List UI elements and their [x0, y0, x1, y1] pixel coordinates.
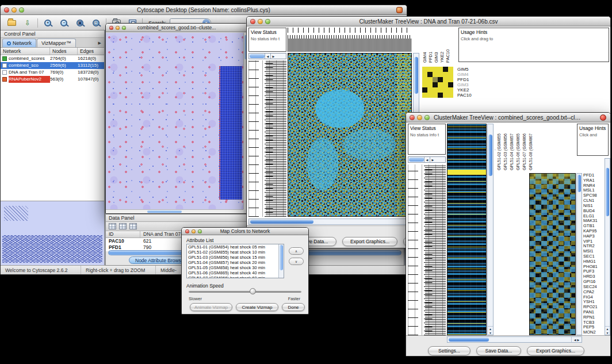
- heatmap-hscrollbar[interactable]: ◀▶: [248, 219, 419, 225]
- tab-vizmapper[interactable]: VizMapper™: [37, 39, 76, 47]
- zoom-selected-button[interactable]: ▣: [74, 17, 86, 29]
- network-view-title-bar[interactable]: combined_scores_good.txt--cluste...: [106, 24, 247, 32]
- maximize-button[interactable]: [198, 229, 202, 233]
- open-session-button[interactable]: [5, 17, 18, 29]
- network-list-row[interactable]: RNAPuberNov2 563(0) 107847(0): [1, 76, 104, 83]
- gene-label: PFD1: [457, 77, 481, 82]
- create-vizmap-button[interactable]: Create Vizmap: [236, 303, 278, 311]
- scrollbar-thumb[interactable]: [449, 338, 489, 342]
- gene-dendrogram[interactable]: [248, 60, 286, 217]
- attribute-item[interactable]: GPL51-06 (GSM865) heat shock 40 min: [187, 270, 278, 275]
- move-down-button[interactable]: ∨: [289, 258, 304, 265]
- attribute-item[interactable]: GPL51-03 (GSM856) heat shock 15 min: [187, 255, 278, 260]
- overview-nav-scrollbar[interactable]: ◀ ▶: [408, 156, 446, 163]
- close-button[interactable]: [250, 19, 255, 24]
- network-list-row[interactable]: DNA and Tran 07 769(0) 183728(0): [1, 69, 104, 76]
- gene-dendrogram[interactable]: [408, 164, 446, 335]
- scrollbar-thumb[interactable]: [414, 57, 418, 94]
- scroll-right-button[interactable]: ▶: [270, 53, 276, 59]
- slider-thumb[interactable]: [250, 288, 256, 294]
- minimize-button[interactable]: [192, 229, 196, 233]
- scroll-up-icon[interactable]: ▲: [606, 327, 609, 331]
- network-view-title: combined_scores_good.txt--cluste...: [129, 25, 224, 30]
- scrollbar-thumb[interactable]: [409, 158, 424, 162]
- network-overview-panel[interactable]: [1, 201, 104, 265]
- list-scrollbar[interactable]: [278, 244, 284, 278]
- zoom-vscrollbar[interactable]: [576, 173, 582, 335]
- network-name: combined_sco: [9, 62, 50, 69]
- scroll-left-button[interactable]: ◀: [265, 53, 270, 59]
- scrollbar-thumb[interactable]: [250, 220, 313, 224]
- delete-attribute-icon[interactable]: [129, 223, 137, 229]
- zoom-hscrollbar[interactable]: ◀▶: [447, 336, 582, 343]
- treeview-title: ClusterMaker TreeView : combined_scores_…: [434, 114, 583, 121]
- main-title-bar[interactable]: Cytoscape Desktop (Session Name: collins…: [1, 5, 407, 15]
- maximize-button[interactable]: [19, 7, 24, 13]
- gene-label-list: PFD1YRA1RNR4MSL1SPC98CLN1NIS1BUD4ELG1MAK…: [583, 173, 604, 336]
- attribute-item[interactable]: GPL51-05 (GSM858) heat shock 30 min: [187, 265, 278, 270]
- select-attributes-icon[interactable]: [109, 223, 116, 229]
- scrollbar-thumb[interactable]: [250, 54, 265, 58]
- attribute-item[interactable]: GPL51-02 (GSM855) heat shock 10 min: [187, 250, 278, 255]
- attribute-item[interactable]: GPL51-01 (GSM854) heat shock 05 min: [187, 244, 278, 250]
- zoom-in-button[interactable]: +: [41, 17, 54, 29]
- global-vscrollbar[interactable]: ▲▼: [487, 124, 494, 335]
- scroll-up-icon[interactable]: ▲: [489, 327, 492, 331]
- global-heatmap[interactable]: [288, 53, 412, 217]
- export-graphics-button[interactable]: Export Graphics...: [527, 346, 584, 355]
- scroll-right-icon[interactable]: ▶: [577, 338, 580, 342]
- close-button[interactable]: [410, 115, 415, 120]
- export-graphics-button[interactable]: Export Graphics...: [342, 237, 397, 246]
- column-label: GPL51-06 (GSM865: [515, 133, 521, 170]
- tab-overflow-button[interactable]: ▶: [98, 41, 103, 47]
- create-attribute-icon[interactable]: [119, 223, 127, 229]
- canvas-hscrollbar[interactable]: [106, 209, 243, 213]
- minimize-button[interactable]: [417, 115, 422, 120]
- zoom-fit-button[interactable]: ◻: [90, 17, 102, 29]
- minimize-button[interactable]: [116, 26, 120, 30]
- scrollbar-thumb[interactable]: [606, 168, 609, 216]
- zoom-out-button[interactable]: −: [58, 17, 70, 29]
- scroll-right-button[interactable]: ▶: [430, 157, 435, 162]
- done-button[interactable]: Done: [282, 303, 305, 311]
- maximize-button[interactable]: [122, 26, 126, 30]
- save-data-button[interactable]: Save Data...: [476, 346, 521, 355]
- tab-network[interactable]: Network: [2, 39, 36, 47]
- scrollbar-thumb[interactable]: [577, 175, 581, 192]
- settings-button[interactable]: Settings...: [428, 346, 471, 355]
- maximize-button[interactable]: [424, 115, 430, 120]
- network-list-row[interactable]: combined_sco 2569(6) 13112(15): [1, 62, 104, 69]
- maximize-button[interactable]: [265, 19, 270, 24]
- gene-label: MON2: [583, 330, 604, 335]
- global-heatmap[interactable]: [447, 124, 487, 335]
- scroll-down-icon[interactable]: ▼: [606, 331, 609, 335]
- attribute-item[interactable]: GPL51-07 (GSM866) heat shock 60 min: [187, 275, 278, 278]
- scroll-down-icon[interactable]: ▼: [489, 331, 492, 335]
- move-up-button[interactable]: ∧: [289, 247, 304, 255]
- minimize-button[interactable]: [12, 7, 17, 13]
- slider-track[interactable]: [189, 291, 301, 293]
- treeview-combined-window: ClusterMaker TreeView : combined_scores_…: [406, 112, 611, 357]
- dialog-title-bar[interactable]: Map Colors to Network: [182, 228, 308, 235]
- zoom-heatmap[interactable]: [529, 173, 576, 335]
- close-button[interactable]: [4, 7, 9, 13]
- import-network-button[interactable]: ⇩: [21, 17, 34, 29]
- overview-nav-scrollbar[interactable]: ◀ ▶: [248, 53, 286, 59]
- scroll-left-icon[interactable]: ◀: [574, 338, 576, 342]
- array-dendrogram[interactable]: [288, 28, 412, 52]
- network-canvas[interactable]: [106, 33, 243, 209]
- minimize-button[interactable]: [258, 19, 263, 24]
- zoom-heatmap[interactable]: [422, 67, 453, 98]
- scrollbar-thumb[interactable]: [488, 135, 492, 176]
- attribute-item[interactable]: GPL51-04 (GSM857) heat shock 20 min: [187, 260, 278, 265]
- scrollbar-thumb[interactable]: [280, 245, 283, 270]
- scrollbar-thumb[interactable]: [147, 210, 182, 213]
- scroll-left-button[interactable]: ◀: [424, 157, 430, 162]
- outer-vscrollbar[interactable]: ▲▼: [605, 158, 610, 335]
- animation-speed-slider[interactable]: [189, 288, 301, 296]
- network-list-row[interactable]: combined_scores 2764(0) 16218(0): [1, 55, 104, 62]
- treeview-title-bar[interactable]: ClusterMaker TreeView : combined_scores_…: [406, 113, 610, 122]
- close-button[interactable]: [185, 229, 189, 233]
- treeview-title-bar[interactable]: ClusterMaker TreeView : DNA and Tran 07-…: [247, 17, 610, 26]
- close-button[interactable]: [109, 26, 113, 30]
